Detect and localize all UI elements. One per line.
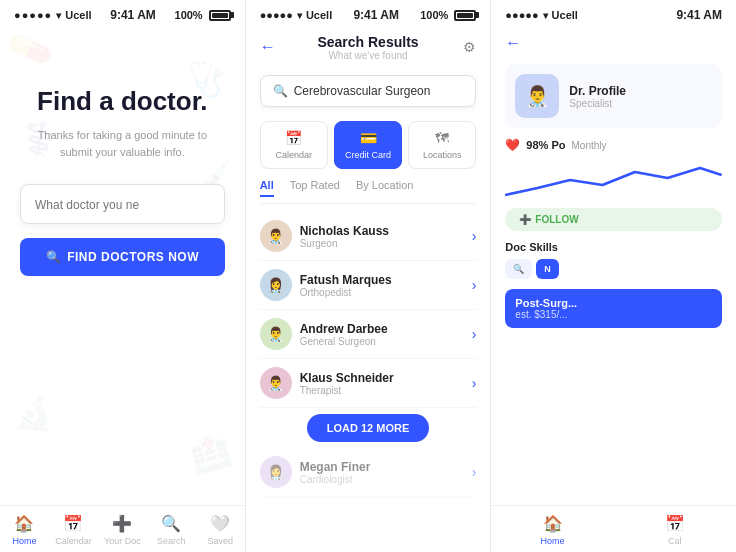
- status-bar-2: ●●●●● ▾ Ucell 9:41 AM 100%: [246, 0, 491, 26]
- nav-search-icon: 🔍: [161, 514, 181, 533]
- back-button-3[interactable]: ←: [505, 34, 521, 52]
- back-button[interactable]: ←: [260, 38, 276, 56]
- heart-saved-icon: 🤍: [210, 514, 230, 533]
- doctor-name: Klaus Schneider: [300, 371, 464, 385]
- tab-locations-label: Locations: [423, 150, 462, 160]
- arrow-icon: ›: [472, 375, 477, 391]
- nav-yourdoc-label: Your Doc: [104, 536, 141, 546]
- doctor-item[interactable]: 👨‍⚕️ Nicholas Kauss Surgeon ›: [260, 212, 477, 261]
- locations-icon: 🗺: [435, 130, 449, 146]
- profile-info: Dr. Profile Specialist: [569, 84, 626, 109]
- filter-by-location[interactable]: By Location: [356, 179, 413, 197]
- skill-chip[interactable]: N: [536, 259, 559, 279]
- filter-top-rated[interactable]: Top Rated: [290, 179, 340, 197]
- stat-percent: 98% Po: [526, 139, 565, 151]
- nav-home-label-3: Home: [541, 536, 565, 546]
- arrow-icon: ›: [472, 228, 477, 244]
- filter-all[interactable]: All: [260, 179, 274, 197]
- nav-calendar[interactable]: 📅 Calendar: [49, 514, 98, 546]
- doctor-name: Megan Finer: [300, 460, 464, 474]
- follow-icon: ➕: [519, 214, 531, 225]
- doctor-item[interactable]: 👨‍⚕️ Klaus Schneider Therapist ›: [260, 359, 477, 408]
- load-more-button[interactable]: LOAD 12 MORE: [307, 414, 430, 442]
- arrow-icon: ›: [472, 464, 477, 480]
- nav-yourdoc[interactable]: ➕ Your Doc: [98, 514, 147, 546]
- search-icon-2: 🔍: [273, 84, 288, 98]
- doctor-list: 👨‍⚕️ Nicholas Kauss Surgeon › 👩‍⚕️ Fatus…: [246, 208, 491, 552]
- skill-label: N: [544, 264, 551, 274]
- search-results-header: ← Search Results What we've found ⚙: [246, 26, 491, 67]
- skills-section: Doc Skills 🔍 N: [505, 241, 722, 279]
- doctor-name: Nicholas Kauss: [300, 224, 464, 238]
- avatar: 👨‍⚕️: [260, 220, 292, 252]
- hero-section: Find a doctor. Thanks for taking a good …: [20, 86, 225, 160]
- doctor-item[interactable]: 👩‍⚕️ Fatush Marques Orthopedist ›: [260, 261, 477, 310]
- doctor-info: Andrew Darbee General Surgeon: [300, 322, 464, 347]
- settings-icon[interactable]: ⚙: [463, 39, 476, 55]
- battery-percent: 100%: [175, 9, 203, 21]
- stat-period: Monthly: [571, 140, 606, 151]
- nav-home[interactable]: 🏠 Home: [0, 514, 49, 546]
- screen-doctor-profile: ●●●●● ▾ Ucell 9:41 AM ← 👨‍⚕️ Dr. Profile…: [491, 0, 736, 552]
- battery-pct-2: 100%: [420, 9, 448, 21]
- battery-area: 100%: [175, 9, 231, 21]
- nav-saved[interactable]: 🤍 Saved: [196, 514, 245, 546]
- search-skill-icon: 🔍: [513, 264, 524, 274]
- follow-button[interactable]: ➕ FOLLOW: [505, 208, 722, 231]
- doctor-profile-card: 👨‍⚕️ Dr. Profile Specialist: [505, 64, 722, 128]
- time-label: 9:41 AM: [110, 8, 156, 22]
- battery-icon: [209, 10, 231, 21]
- nav-search[interactable]: 🔍 Search: [147, 514, 196, 546]
- profile-header: ←: [491, 26, 736, 58]
- profile-name: Dr. Profile: [569, 84, 626, 98]
- battery-icon-2: [454, 10, 476, 21]
- doctor-info: Klaus Schneider Therapist: [300, 371, 464, 396]
- battery-2: 100%: [420, 9, 476, 21]
- follow-label: FOLLOW: [535, 214, 578, 225]
- post-surg-price: est. $315/...: [515, 309, 712, 320]
- nav-calendar-3[interactable]: 📅 Cal: [614, 514, 736, 546]
- category-tabs: 📅 Calendar 💳 Credit Card 🗺 Locations: [260, 121, 477, 169]
- post-surg-title: Post-Surg...: [515, 297, 712, 309]
- doctor-info: Nicholas Kauss Surgeon: [300, 224, 464, 249]
- nav-home-3[interactable]: 🏠 Home: [491, 514, 613, 546]
- carrier-3: Ucell: [552, 9, 578, 21]
- doctor-item[interactable]: 👩‍⚕️ Megan Finer Cardiologist ›: [260, 448, 477, 497]
- stat-row: ❤️ 98% Po Monthly: [505, 138, 722, 152]
- carrier-label: Ucell: [65, 9, 91, 21]
- carrier-2: Ucell: [306, 9, 332, 21]
- signal-dots: ●●●●●: [14, 9, 52, 21]
- search-input-2[interactable]: [294, 84, 464, 98]
- skill-chip[interactable]: 🔍: [505, 259, 532, 279]
- find-doctors-button[interactable]: 🔍 FIND DOCTORS NOW: [20, 238, 225, 276]
- skills-grid: 🔍 N: [505, 259, 722, 279]
- post-surgery-card: Post-Surg... est. $315/...: [505, 289, 722, 328]
- calendar-icon-3: 📅: [665, 514, 685, 533]
- tab-credit-card-label: Credit Card: [345, 150, 391, 160]
- screen-home: 💊 🩺 ⚕️ 💉 🔬 🏥 ●●●●● ▾ Ucell 9:41 AM 100% …: [0, 0, 246, 552]
- tab-credit-card[interactable]: 💳 Credit Card: [334, 121, 402, 169]
- home-icon: 🏠: [14, 514, 34, 533]
- search-bar[interactable]: 🔍: [260, 75, 477, 107]
- profile-avatar: 👨‍⚕️: [515, 74, 559, 118]
- tab-calendar-label: Calendar: [276, 150, 313, 160]
- search-input-container[interactable]: [20, 184, 225, 224]
- doctor-item[interactable]: 👨‍⚕️ Andrew Darbee General Surgeon ›: [260, 310, 477, 359]
- bottom-navigation: 🏠 Home 📅 Calendar ➕ Your Doc 🔍 Search 🤍 …: [0, 505, 245, 552]
- avatar: 👨‍⚕️: [260, 367, 292, 399]
- stats-chart: [505, 160, 722, 200]
- tab-calendar[interactable]: 📅 Calendar: [260, 121, 328, 169]
- nav-calendar-label: Calendar: [55, 536, 92, 546]
- status-bar-3: ●●●●● ▾ Ucell 9:41 AM: [491, 0, 736, 26]
- doctor-info: Fatush Marques Orthopedist: [300, 273, 464, 298]
- home-icon-3: 🏠: [543, 514, 563, 533]
- profile-specialty: Specialist: [569, 98, 626, 109]
- time-3: 9:41 AM: [676, 8, 722, 22]
- tab-locations[interactable]: 🗺 Locations: [408, 121, 476, 169]
- nav-saved-label: Saved: [207, 536, 233, 546]
- doctor-specialty: Cardiologist: [300, 474, 464, 485]
- filter-tabs: All Top Rated By Location: [260, 179, 477, 204]
- arrow-icon: ›: [472, 277, 477, 293]
- doctor-search-input[interactable]: [35, 198, 210, 212]
- credit-card-icon: 💳: [360, 130, 377, 146]
